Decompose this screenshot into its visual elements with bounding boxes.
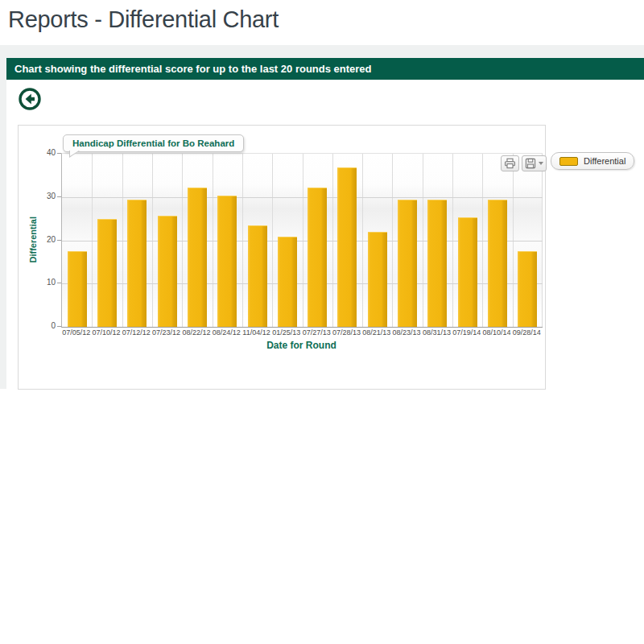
bar[interactable]	[518, 251, 537, 327]
bar[interactable]	[217, 196, 237, 327]
x-tick-label: 08/24/12	[213, 328, 241, 336]
x-tick-label: 07/27/13	[303, 328, 331, 336]
y-tick-mark	[57, 153, 61, 154]
bar[interactable]	[158, 216, 177, 327]
bar[interactable]	[278, 237, 297, 327]
x-tick-label: 08/21/13	[362, 328, 390, 336]
bar[interactable]	[188, 188, 207, 327]
y-tick-mark	[57, 283, 61, 283]
x-axis-title: Date for Round	[61, 340, 542, 351]
bar[interactable]	[68, 251, 87, 327]
x-tick-label: 09/28/14	[513, 328, 541, 336]
x-tick-label: 07/19/14	[452, 328, 481, 336]
legend-item-differential[interactable]: Differential	[559, 156, 625, 166]
y-tick-label: 10	[19, 278, 56, 287]
y-tick-label: 20	[19, 235, 56, 244]
y-tick-label: 40	[19, 148, 56, 157]
back-arrow-icon	[18, 87, 42, 111]
x-tick-label: 07/10/12	[92, 328, 120, 336]
bar[interactable]	[127, 200, 147, 327]
chevron-down-icon	[539, 162, 543, 165]
bar[interactable]	[308, 188, 327, 327]
x-tick-label: 07/05/12	[62, 328, 90, 336]
y-tick-label: 30	[19, 192, 56, 200]
legend-label: Differential	[584, 156, 625, 166]
x-tick-label: 08/22/12	[182, 328, 210, 336]
chart-export-toolbar	[501, 155, 547, 171]
x-tick-label: 08/23/13	[393, 328, 421, 336]
gridline-horizontal	[62, 197, 543, 198]
bar[interactable]	[368, 232, 387, 327]
info-banner: Chart showing the differential score for…	[6, 58, 644, 80]
chart-title: Handicap Differential for Bo Reahard	[63, 134, 244, 152]
y-tick-mark	[57, 196, 61, 197]
printer-icon	[504, 158, 516, 169]
x-tick-label: 08/31/13	[423, 328, 451, 336]
x-tick-label: 08/10/14	[483, 328, 511, 336]
bar[interactable]	[337, 167, 357, 327]
plot-area	[61, 153, 543, 328]
chart-panel: Handicap Differential for Bo Reahard D	[18, 125, 546, 390]
floppy-disk-icon	[525, 158, 536, 169]
print-chart-button[interactable]	[501, 155, 519, 171]
x-tick-label: 07/12/12	[122, 328, 151, 336]
bar[interactable]	[427, 200, 447, 327]
page-title: Reports - Differential Chart	[8, 6, 279, 33]
x-tick-label: 11/04/12	[242, 328, 270, 336]
back-button[interactable]	[18, 87, 42, 111]
legend-swatch	[559, 157, 578, 166]
save-chart-button[interactable]	[522, 155, 547, 171]
legend: Differential	[551, 152, 634, 170]
bar[interactable]	[97, 219, 117, 327]
bar[interactable]	[488, 200, 507, 327]
y-tick-mark	[57, 240, 61, 241]
bar[interactable]	[248, 225, 267, 327]
x-tick-label: 07/23/12	[152, 328, 180, 336]
bar[interactable]	[398, 200, 417, 327]
x-tick-label: 01/25/13	[272, 328, 300, 336]
content-area: Handicap Differential for Bo Reahard D	[6, 80, 644, 389]
info-banner-text: Chart showing the differential score for…	[14, 63, 372, 75]
y-tick-label: 0	[19, 321, 56, 330]
x-tick-label: 07/28/13	[332, 328, 361, 336]
y-tick-mark	[57, 326, 61, 327]
bar[interactable]	[458, 217, 477, 327]
